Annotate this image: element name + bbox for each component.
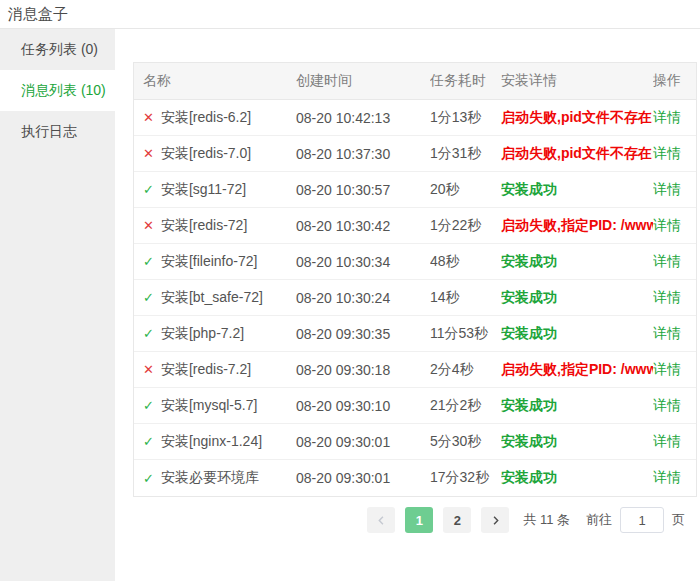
created-time: 08-20 09:30:18 — [296, 362, 430, 378]
task-name: 安装[redis-6.2] — [161, 109, 251, 127]
sidebar-item-label: 消息列表 (10) — [21, 82, 106, 100]
task-duration: 48秒 — [430, 253, 501, 271]
install-detail: 安装成功 — [501, 289, 653, 307]
table-row: ✓ 安装[bt_safe-72] 08-20 10:30:24 14秒 安装成功… — [134, 280, 696, 316]
window-titlebar: 消息盒子 — [0, 0, 700, 29]
detail-link[interactable]: 详情 — [653, 325, 681, 341]
table-header: 名称 创建时间 任务耗时 安装详情 操作 — [134, 63, 696, 100]
prev-page-button[interactable] — [367, 507, 395, 533]
sidebar-item-label: 任务列表 (0) — [21, 41, 98, 59]
table-row: ✓ 安装必要环境库 08-20 09:30:01 17分32秒 安装成功 详情 — [134, 460, 696, 496]
sidebar-item-message-list[interactable]: 消息列表 (10) — [0, 70, 115, 111]
status-icon: ✕ — [143, 147, 154, 160]
table-row: ✕ 安装[redis-7.0] 08-20 10:37:30 1分31秒 启动失… — [134, 136, 696, 172]
detail-link[interactable]: 详情 — [653, 289, 681, 305]
detail-link[interactable]: 详情 — [653, 361, 681, 377]
task-name: 安装[redis-72] — [161, 217, 247, 235]
created-time: 08-20 10:30:42 — [296, 218, 430, 234]
goto-page-label: 前往 — [586, 511, 612, 529]
task-duration: 21分2秒 — [430, 397, 501, 415]
total-count-label: 共 11 条 — [523, 511, 570, 529]
sidebar-item-task-list[interactable]: 任务列表 (0) — [0, 29, 115, 70]
install-detail: 安装成功 — [501, 433, 653, 451]
created-time: 08-20 09:30:01 — [296, 434, 430, 450]
created-time: 08-20 10:30:34 — [296, 254, 430, 270]
task-name: 安装[sg11-72] — [161, 181, 246, 199]
install-detail: 安装成功 — [501, 397, 653, 415]
column-header-detail: 安装详情 — [501, 72, 653, 90]
install-detail: 启动失败,指定PID: /www — [501, 217, 653, 235]
detail-link[interactable]: 详情 — [653, 217, 681, 233]
status-icon: ✓ — [143, 472, 154, 485]
detail-link[interactable]: 详情 — [653, 109, 681, 125]
column-header-duration: 任务耗时 — [430, 72, 501, 90]
task-duration: 2分4秒 — [430, 361, 501, 379]
status-icon: ✓ — [143, 183, 154, 196]
detail-link[interactable]: 详情 — [653, 181, 681, 197]
page-button-2[interactable]: 2 — [443, 507, 471, 533]
sidebar-item-label: 执行日志 — [21, 123, 77, 141]
status-icon: ✓ — [143, 291, 154, 304]
task-duration: 17分32秒 — [430, 469, 501, 487]
created-time: 08-20 09:30:10 — [296, 398, 430, 414]
table-row: ✕ 安装[redis-72] 08-20 10:30:42 1分22秒 启动失败… — [134, 208, 696, 244]
install-detail: 安装成功 — [501, 469, 653, 487]
task-name: 安装[mysql-5.7] — [161, 397, 257, 415]
task-duration: 1分31秒 — [430, 145, 501, 163]
task-duration: 14秒 — [430, 289, 501, 307]
install-detail: 安装成功 — [501, 325, 653, 343]
sidebar-item-exec-log[interactable]: 执行日志 — [0, 111, 115, 152]
task-duration: 1分13秒 — [430, 109, 501, 127]
task-name: 安装[redis-7.2] — [161, 361, 251, 379]
task-name: 安装[bt_safe-72] — [161, 289, 263, 307]
table-row: ✕ 安装[redis-6.2] 08-20 10:42:13 1分13秒 启动失… — [134, 100, 696, 136]
task-name: 安装[fileinfo-72] — [161, 253, 257, 271]
created-time: 08-20 10:30:24 — [296, 290, 430, 306]
status-icon: ✕ — [143, 111, 154, 124]
install-detail: 启动失败,pid文件不存在: — [501, 145, 653, 163]
detail-link[interactable]: 详情 — [653, 469, 681, 485]
next-page-button[interactable] — [481, 507, 509, 533]
sidebar: 任务列表 (0) 消息列表 (10) 执行日志 — [0, 29, 115, 581]
page-unit-label: 页 — [672, 511, 685, 529]
task-duration: 20秒 — [430, 181, 501, 199]
created-time: 08-20 10:30:57 — [296, 182, 430, 198]
detail-link[interactable]: 详情 — [653, 433, 681, 449]
task-name: 安装[nginx-1.24] — [161, 433, 262, 451]
chevron-right-icon — [490, 515, 501, 526]
column-header-name: 名称 — [134, 72, 296, 90]
page-title: 消息盒子 — [8, 5, 68, 24]
task-name: 安装[php-7.2] — [161, 325, 244, 343]
task-name: 安装[redis-7.0] — [161, 145, 251, 163]
task-duration: 1分22秒 — [430, 217, 501, 235]
message-table: 名称 创建时间 任务耗时 安装详情 操作 ✕ 安装[redis-6.2] 08-… — [133, 62, 697, 497]
page-button-1[interactable]: 1 — [405, 507, 433, 533]
install-detail: 安装成功 — [501, 253, 653, 271]
column-header-action: 操作 — [653, 72, 694, 90]
status-icon: ✓ — [143, 255, 154, 268]
column-header-created: 创建时间 — [296, 72, 430, 90]
detail-link[interactable]: 详情 — [653, 397, 681, 413]
table-row: ✓ 安装[sg11-72] 08-20 10:30:57 20秒 安装成功 详情 — [134, 172, 696, 208]
task-duration: 11分53秒 — [430, 325, 501, 343]
table-row: ✓ 安装[php-7.2] 08-20 09:30:35 11分53秒 安装成功… — [134, 316, 696, 352]
created-time: 08-20 09:30:01 — [296, 470, 430, 486]
chevron-left-icon — [376, 515, 387, 526]
task-name: 安装必要环境库 — [161, 469, 259, 487]
goto-page-input[interactable] — [620, 507, 664, 533]
created-time: 08-20 10:37:30 — [296, 146, 430, 162]
table-row: ✓ 安装[mysql-5.7] 08-20 09:30:10 21分2秒 安装成… — [134, 388, 696, 424]
status-icon: ✕ — [143, 363, 154, 376]
created-time: 08-20 10:42:13 — [296, 110, 430, 126]
install-detail: 安装成功 — [501, 181, 653, 199]
task-duration: 5分30秒 — [430, 433, 501, 451]
table-body: ✕ 安装[redis-6.2] 08-20 10:42:13 1分13秒 启动失… — [134, 100, 696, 496]
detail-link[interactable]: 详情 — [653, 145, 681, 161]
status-icon: ✓ — [143, 399, 154, 412]
detail-link[interactable]: 详情 — [653, 253, 681, 269]
status-icon: ✕ — [143, 219, 154, 232]
message-table-panel: 名称 创建时间 任务耗时 安装详情 操作 ✕ 安装[redis-6.2] 08-… — [133, 62, 697, 497]
table-row: ✓ 安装[nginx-1.24] 08-20 09:30:01 5分30秒 安装… — [134, 424, 696, 460]
status-icon: ✓ — [143, 435, 154, 448]
table-row: ✕ 安装[redis-7.2] 08-20 09:30:18 2分4秒 启动失败… — [134, 352, 696, 388]
